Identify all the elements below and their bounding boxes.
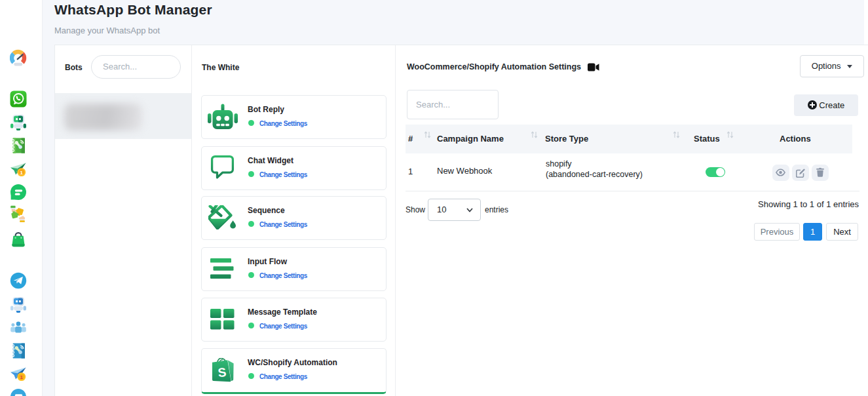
svg-text:1: 1 bbox=[20, 374, 24, 380]
svg-text:1: 1 bbox=[20, 170, 24, 176]
svg-text:S: S bbox=[217, 365, 227, 379]
